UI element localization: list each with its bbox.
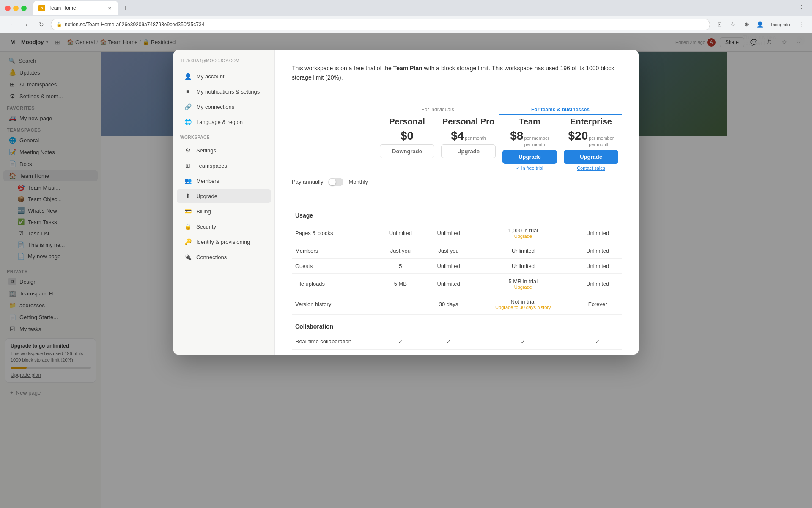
browser-frame: N Team Home ✕ + ⋮ ‹ › ↻ 🔒 notion.so/Team…: [0, 0, 812, 508]
profile-icon[interactable]: 👤: [754, 19, 766, 30]
tab-close-button[interactable]: ✕: [106, 5, 113, 11]
collaboration-label: Collaboration: [292, 314, 622, 334]
enterprise-contact-badge[interactable]: Contact sales: [564, 166, 618, 171]
members-pro: Just you: [425, 243, 473, 258]
billing-monthly-label: Monthly: [348, 179, 368, 185]
notifications-label: My notifications & settings: [196, 88, 260, 95]
pages-enterprise: Unlimited: [573, 223, 622, 243]
back-button[interactable]: ‹: [5, 19, 17, 30]
realtime-enterprise: ✓: [573, 334, 622, 350]
usage-label: Usage: [292, 204, 622, 223]
bookmark-icon[interactable]: ☆: [727, 19, 739, 30]
pricing-categories: For individuals For teams & businesses: [292, 107, 622, 115]
modal-nav-members[interactable]: 👥 Members: [177, 174, 271, 188]
plan-personal-amount: $0: [401, 129, 414, 143]
user-email: 1E753DA4@MOODJOY.COM: [173, 58, 274, 68]
new-tab-button[interactable]: +: [120, 2, 132, 14]
ws-billing-icon: 💳: [184, 207, 192, 215]
modal-sidebar: 1E753DA4@MOODJOY.COM 👤 My account ≡ My n…: [173, 50, 275, 355]
modal-nav-language[interactable]: 🌐 Language & region: [177, 115, 271, 129]
members-team: Unlimited: [472, 243, 573, 258]
lock-icon: 🔒: [56, 22, 62, 27]
feature-name-guests: Guests: [292, 258, 376, 273]
modal-nav-upgrade[interactable]: ⬆ Upgrade: [177, 189, 271, 203]
ws-identity-icon: 🔑: [184, 237, 192, 246]
personal-pro-upgrade-button[interactable]: Upgrade: [441, 144, 496, 158]
modal-nav-connections[interactable]: 🔗 My connections: [177, 100, 271, 113]
plan-headers: Personal $0 Downgrade Personal Pro $4 p: [292, 117, 622, 171]
modal-nav-teamspaces[interactable]: ⊞ Teamspaces: [177, 159, 271, 172]
feature-name-pages: Pages & blocks: [292, 223, 376, 243]
forward-button[interactable]: ›: [20, 19, 32, 30]
pages-team: 1,000 in trialUpgrade: [472, 223, 573, 243]
feature-pages-blocks: Pages & blocks Unlimited Unlimited 1,000…: [292, 223, 622, 243]
modal-nav-billing[interactable]: 💳 Billing: [177, 204, 271, 218]
modal-content: This workspace is on a free trial of the…: [275, 50, 639, 355]
ws-teamspaces-label: Teamspaces: [196, 163, 227, 169]
cast-icon[interactable]: ⊡: [713, 19, 725, 30]
team-upgrade-button[interactable]: Upgrade: [502, 150, 557, 164]
active-tab[interactable]: N Team Home ✕: [33, 1, 118, 15]
extensions-icon[interactable]: ⊕: [741, 19, 752, 30]
pages-pro: Unlimited: [425, 223, 473, 243]
maximize-button[interactable]: [21, 6, 27, 11]
enterprise-upgrade-button[interactable]: Upgrade: [564, 150, 618, 164]
feature-name-realtime: Real-time collaboration: [292, 334, 376, 350]
tabs-bar: N Team Home ✕ +: [30, 1, 794, 15]
modal-overlay[interactable]: 1E753DA4@MOODJOY.COM 👤 My account ≡ My n…: [0, 33, 812, 508]
window-menu-icon[interactable]: ⋮: [798, 3, 807, 13]
plan-personal-name: Personal: [380, 117, 434, 127]
trial-banner: This workspace is on a free trial of the…: [292, 64, 622, 93]
pages-team-sub[interactable]: Upgrade: [476, 234, 570, 239]
realtime-pro: ✓: [425, 334, 473, 350]
plan-team: Team $8 per memberper month Upgrade ✓ In…: [499, 117, 560, 171]
ws-teamspaces-icon: ⊞: [184, 161, 192, 170]
traffic-lights: [5, 6, 27, 11]
close-button[interactable]: [5, 6, 11, 11]
collaboration-section-header: Collaboration: [292, 314, 622, 334]
ws-connections-icon: 🔌: [184, 253, 192, 261]
uploads-team-sub[interactable]: Upgrade: [476, 284, 570, 290]
url-text: notion.so/Team-Home-a626e39209a748798e9c…: [65, 22, 204, 28]
address-bar[interactable]: 🔒 notion.so/Team-Home-a626e39209a748798e…: [51, 19, 710, 30]
modal-nav-identity[interactable]: 🔑 Identity & provisioning: [177, 235, 271, 248]
plan-pro-price: $4 per month: [441, 129, 496, 143]
incognito-label: Incognito: [771, 22, 790, 27]
trial-plan-name: Team Plan: [393, 65, 422, 72]
version-pro: 30 days: [425, 294, 473, 314]
refresh-button[interactable]: ↻: [36, 19, 47, 30]
guests-enterprise: Unlimited: [573, 258, 622, 273]
personal-downgrade-button[interactable]: Downgrade: [380, 144, 434, 158]
minimize-button[interactable]: [13, 6, 19, 11]
feature-name-link-sharing: Link sharing: [292, 349, 376, 355]
plan-personal: Personal $0 Downgrade: [376, 117, 438, 160]
connections-icon: 🔗: [184, 102, 192, 111]
notifications-icon: ≡: [184, 87, 192, 96]
feature-version-history: Version history 30 days Not in trialUpgr…: [292, 294, 622, 314]
version-personal: [376, 294, 425, 314]
ws-connections-label: Connections: [196, 254, 227, 260]
workspace-section-label: WORKSPACE: [173, 130, 274, 142]
billing-toggle-switch[interactable]: [328, 178, 343, 186]
toolbar-actions: ⊡ ☆ ⊕ 👤 Incognito ⋮: [713, 19, 807, 30]
my-account-label: My account: [196, 73, 224, 80]
realtime-personal: ✓: [376, 334, 425, 350]
tab-title: Team Home: [49, 5, 103, 11]
modal-nav-notifications[interactable]: ≡ My notifications & settings: [177, 85, 271, 98]
feature-name-file-uploads: File uploads: [292, 273, 376, 294]
incognito-badge: Incognito: [768, 21, 793, 28]
ws-members-icon: 👥: [184, 177, 192, 185]
modal-nav-ws-connections[interactable]: 🔌 Connections: [177, 250, 271, 264]
ws-upgrade-icon: ⬆: [184, 192, 192, 200]
modal-nav-my-account[interactable]: 👤 My account: [177, 69, 271, 83]
plan-team-price: $8 per memberper month: [502, 129, 557, 148]
plan-pro-name: Personal Pro: [441, 117, 496, 127]
modal-nav-settings[interactable]: ⚙ Settings: [177, 144, 271, 157]
link-pro: ✓: [425, 349, 473, 355]
empty-col: [292, 107, 376, 115]
plan-personal-price: $0: [380, 129, 434, 143]
version-team-sub[interactable]: Upgrade to 30 days history: [476, 305, 570, 310]
teams-category-label: For teams & businesses: [499, 107, 622, 115]
browser-menu-icon[interactable]: ⋮: [795, 19, 807, 30]
modal-nav-security[interactable]: 🔒 Security: [177, 220, 271, 233]
